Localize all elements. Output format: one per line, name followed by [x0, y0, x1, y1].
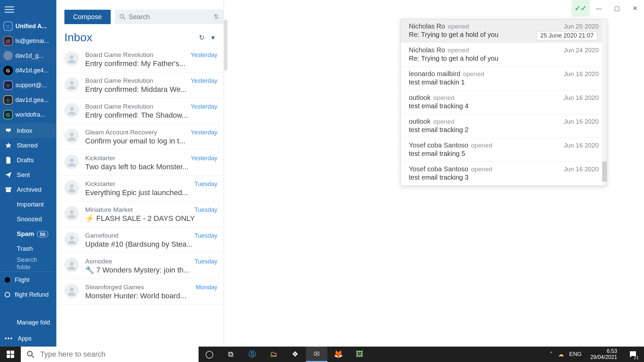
folder-important[interactable]: Important [0, 197, 56, 212]
account-item[interactable]: ☺ dav1d.gea... [0, 93, 56, 107]
account-item[interactable]: dav1d_g... [0, 48, 56, 63]
firefox-icon[interactable]: 🦊 [327, 347, 349, 362]
search-field-wrapper[interactable]: ⇅ [115, 9, 223, 24]
message-row[interactable]: Steamforged Games Monday Monster Hunter:… [56, 279, 223, 305]
account-item[interactable]: @ ls@getmai... [0, 34, 56, 48]
start-button[interactable] [0, 347, 21, 362]
folder-spam[interactable]: Spam 50 [0, 227, 56, 241]
tracker-status: opened [448, 23, 469, 30]
message-time: Tuesday [195, 181, 217, 188]
refresh-icon[interactable]: ↻ [199, 34, 205, 42]
app-icon[interactable]: 🖼 [349, 347, 370, 362]
account-item[interactable]: ☺ support@... [0, 78, 56, 93]
message-time: Tuesday [195, 232, 217, 239]
search-input[interactable] [129, 13, 214, 21]
tracker-row[interactable]: leonardo mailbird opened Jun 16 2020 tes… [401, 67, 607, 90]
tracker-recipient: Yosef coba Santoso [409, 141, 468, 149]
folder-label: Important [17, 201, 52, 208]
chevron-up-icon[interactable]: ˄ [550, 351, 553, 358]
message-row[interactable]: Kickstarter Yesterday Two days left to b… [56, 150, 223, 176]
taskbar-search-input[interactable] [40, 350, 193, 359]
folder-label: Snoozed [17, 216, 52, 223]
taskbar-search[interactable] [21, 347, 199, 362]
svg-point-3 [70, 81, 74, 85]
folder-drafts[interactable]: Drafts [0, 153, 56, 168]
compose-button[interactable]: Compose [64, 10, 111, 24]
avatar [64, 206, 79, 221]
double-check-icon: ✓✓ [575, 4, 587, 13]
tracker-recipient: Nicholas Ro [409, 46, 445, 54]
message-row[interactable]: Asmodee Tuesday 🔧7 Wonders Mystery: join… [56, 253, 223, 279]
tracker-date: Jun 16 2020 [564, 118, 599, 125]
folder-snoozed[interactable]: Snoozed [0, 212, 56, 227]
svg-point-11 [70, 288, 74, 292]
tracker-button[interactable]: ✓✓ [572, 0, 590, 17]
tracker-date: Jun 16 2020 [564, 166, 599, 173]
system-tray[interactable]: ˄ ☁ ENG 6:53 29/04/2021 21 [546, 347, 644, 362]
svg-point-6 [70, 159, 74, 163]
list-scrollbar[interactable] [224, 0, 227, 347]
account-label: worldofra... [15, 111, 53, 118]
mail-app-icon[interactable]: ✉ [306, 347, 327, 362]
apps-button[interactable]: Apps [0, 330, 56, 347]
message-row[interactable]: Miniature Market Tuesday ⚡FLASH SALE - 2… [56, 201, 223, 227]
message-row[interactable]: Board Game Revolution Yesterday Entry co… [56, 72, 223, 98]
account-item[interactable]: G d4v1d.ge4... [0, 63, 56, 78]
close-button[interactable]: ✕ [626, 0, 644, 17]
onedrive-icon[interactable]: ☁ [558, 351, 564, 358]
account-label: dav1d.gea... [15, 97, 53, 104]
taskview-icon[interactable]: ⧉ [220, 347, 241, 362]
folder-inbox[interactable]: Inbox [0, 123, 56, 138]
tag-item[interactable]: flight Refund [0, 287, 56, 302]
maximize-button[interactable]: ▢ [608, 0, 626, 17]
tracker-row[interactable]: outlook opened Jun 16 2020 test email tr… [401, 114, 607, 138]
notifications-button[interactable]: 21 [626, 347, 640, 362]
tracker-popover: Nicholas Ro opened Jun 25 2020 Re: Tryin… [400, 19, 607, 186]
message-row[interactable]: Gleam Account Recovery Yesterday Confirm… [56, 124, 223, 150]
sidebar: ☺ Unified A...@ ls@getmai... dav1d_g...G… [0, 0, 56, 347]
tracker-row[interactable]: Nicholas Ro opened Jun 24 2020 Re: Tryin… [401, 43, 607, 67]
manage-folders[interactable]: Manage fold [0, 314, 56, 330]
message-row[interactable]: Board Game Revolution Yesterday Entry co… [56, 47, 223, 72]
tracker-date: Jun 16 2020 [564, 70, 599, 78]
message-sender: Kickstarter [85, 180, 115, 188]
tracker-status: opened [463, 70, 484, 78]
message-subject: Everything Epic just launched... [85, 188, 217, 197]
tracker-row[interactable]: Yosef coba Santoso opened Jun 16 2020 te… [401, 162, 607, 186]
svg-rect-14 [7, 355, 10, 358]
account-item[interactable]: G worldofra... [0, 107, 56, 122]
tracker-row[interactable]: Nicholas Ro opened Jun 25 2020 Re: Tryin… [401, 19, 607, 43]
account-label: support@... [15, 82, 53, 89]
tag-item[interactable]: Flight [0, 273, 56, 287]
message-row[interactable]: Board Game Revolution Yesterday Entry co… [56, 98, 223, 124]
folder-starred[interactable]: Starred [0, 138, 56, 153]
folder-search[interactable]: Search folde [0, 256, 56, 271]
sort-icon[interactable]: ⇅ [214, 13, 219, 20]
language-indicator[interactable]: ENG [569, 351, 582, 358]
slack-icon[interactable]: ❖ [284, 347, 306, 362]
menu-button[interactable] [0, 0, 56, 19]
svg-point-2 [70, 55, 74, 59]
folder-archived[interactable]: Archived [0, 182, 56, 197]
account-item[interactable]: ☺ Unified A... [0, 19, 56, 34]
folder-sent[interactable]: Sent [0, 168, 56, 182]
search-icon [119, 14, 125, 20]
account-label: Unified A... [15, 23, 53, 30]
tracker-subject: test email tracking 2 [409, 126, 599, 134]
tracker-row[interactable]: outlook opened Jun 16 2020 test email tr… [401, 90, 607, 114]
message-row[interactable]: Kickstarter Tuesday Everything Epic just… [56, 176, 223, 201]
minimize-button[interactable]: — [590, 0, 608, 17]
clock[interactable]: 6:53 29/04/2021 [587, 348, 621, 361]
skype-icon[interactable]: Ⓢ [241, 347, 263, 362]
svg-line-1 [123, 18, 125, 19]
folder-trash[interactable]: Trash [0, 241, 56, 256]
cortana-icon[interactable]: ◯ [199, 347, 220, 362]
message-time: Monday [196, 284, 217, 291]
account-label: d4v1d.ge4... [15, 67, 53, 74]
dropdown-icon[interactable]: ▾ [211, 34, 215, 42]
tracker-subject: test email tracking 4 [409, 102, 599, 110]
explorer-icon[interactable]: 🗂 [263, 347, 284, 362]
tracker-row[interactable]: Yosef coba Santoso opened Jun 16 2020 te… [401, 138, 607, 162]
popover-scrollbar[interactable] [602, 19, 607, 186]
message-row[interactable]: Gamefound Tuesday Update #10 (Bardsung b… [56, 227, 223, 253]
